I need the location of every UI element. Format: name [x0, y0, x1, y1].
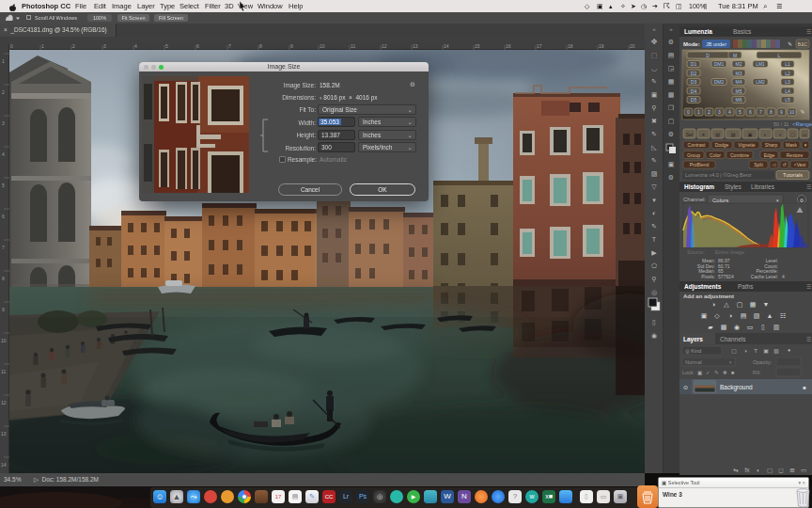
svg-text:■: ■ [803, 385, 806, 390]
svg-text:⚙: ⚙ [668, 39, 674, 45]
svg-text:ProBlend: ProBlend [690, 162, 710, 167]
svg-text:0: 0 [10, 43, 13, 49]
svg-text:▣: ▣ [668, 161, 675, 167]
svg-text:14: 14 [444, 43, 449, 49]
svg-text:◑: ◑ [728, 312, 732, 319]
svg-text:▣: ▣ [697, 370, 702, 375]
svg-text:10: 10 [1, 338, 7, 343]
svg-text:Adjustments: Adjustments [684, 283, 722, 291]
svg-text:4: 4 [782, 274, 785, 279]
svg-text:Channels: Channels [720, 336, 746, 342]
svg-text:◉: ◉ [651, 332, 657, 339]
svg-text:Edge: Edge [764, 152, 775, 158]
svg-text:B&C: B&C [798, 41, 808, 47]
svg-text:1: 1 [697, 109, 700, 115]
svg-text:Split: Split [754, 162, 763, 167]
svg-text:Layers: Layers [683, 336, 703, 343]
svg-text:▾: ▾ [652, 197, 656, 203]
svg-text:▨: ▨ [731, 132, 736, 137]
svg-text:▤: ▤ [668, 52, 675, 58]
svg-text:4: 4 [134, 43, 137, 49]
svg-text:D: D [706, 53, 710, 58]
svg-text:L1: L1 [785, 61, 790, 67]
svg-text:▣: ▣ [701, 312, 708, 319]
svg-text:11: 11 [1, 369, 6, 374]
svg-text:Add an adjustment: Add an adjustment [683, 294, 734, 299]
svg-text:6: 6 [196, 43, 199, 49]
svg-text:1: 1 [2, 58, 5, 64]
svg-text:4: 4 [728, 109, 731, 115]
svg-text:☰: ☰ [806, 29, 811, 35]
svg-text:☷: ☷ [780, 312, 786, 319]
svg-text:1: 1 [41, 43, 44, 49]
svg-text:15: 15 [475, 43, 480, 49]
svg-text:▥: ▥ [773, 324, 780, 330]
svg-text:577924: 577924 [718, 274, 734, 279]
svg-text:M2: M2 [736, 61, 742, 67]
svg-text:L2: L2 [785, 71, 790, 76]
svg-text:▼: ▼ [763, 301, 770, 308]
svg-text:Cache Level:: Cache Level: [751, 274, 778, 279]
svg-text:■: ■ [731, 370, 734, 375]
svg-text:Group: Group [687, 152, 700, 158]
svg-text:D1: D1 [691, 61, 697, 67]
svg-text:M4: M4 [736, 79, 742, 85]
svg-text:12: 12 [382, 43, 387, 49]
svg-text:▢: ▢ [668, 118, 675, 124]
svg-text:Opacity:: Opacity: [753, 359, 773, 365]
svg-text:▢: ▢ [731, 348, 737, 354]
svg-text:Basics: Basics [733, 28, 752, 35]
svg-text:LM1: LM1 [756, 61, 765, 67]
svg-text:◐: ◐ [764, 132, 767, 137]
svg-text:50 / 11: 50 / 11 [773, 121, 789, 127]
svg-text:✎: ✎ [714, 370, 719, 375]
svg-text:✎: ✎ [788, 41, 792, 47]
svg-text:13: 13 [413, 43, 418, 49]
svg-text:⊞: ⊞ [789, 467, 794, 473]
svg-text:▽: ▽ [651, 183, 657, 190]
svg-text:▣: ▣ [748, 132, 753, 137]
svg-text:7: 7 [759, 109, 762, 115]
svg-text:12: 12 [1, 400, 7, 405]
svg-text:▣: ▣ [651, 91, 658, 98]
svg-text:☰: ☰ [806, 184, 811, 190]
svg-text:8: 8 [259, 43, 262, 49]
svg-text:⚙: ⚙ [800, 198, 804, 203]
svg-text:Lock:: Lock: [682, 370, 695, 375]
svg-text:▧: ▧ [715, 132, 720, 137]
svg-text:D4: D4 [691, 88, 697, 94]
svg-text:Source:: Source: [687, 249, 705, 255]
svg-text:Sharp: Sharp [765, 142, 778, 148]
svg-text:Fill:: Fill: [753, 370, 761, 375]
svg-text:20: 20 [630, 43, 635, 49]
svg-text:✎: ✎ [800, 109, 804, 115]
svg-text:▤: ▤ [741, 312, 747, 319]
svg-text:◐: ◐ [757, 467, 760, 473]
svg-text:Histogram: Histogram [684, 183, 714, 191]
svg-text:17: 17 [537, 43, 542, 49]
svg-text:<Vast: <Vast [794, 162, 806, 167]
svg-text:✎: ✎ [651, 131, 657, 137]
svg-text:8: 8 [2, 276, 5, 281]
svg-text:▧: ▧ [773, 348, 779, 354]
svg-text:✎: ✎ [651, 157, 657, 164]
svg-text:3: 3 [2, 120, 5, 126]
svg-text:Pixels:: Pixels: [701, 274, 715, 279]
svg-text:◉: ◉ [734, 324, 740, 330]
svg-text:7: 7 [2, 245, 5, 250]
svg-text:L5: L5 [785, 97, 790, 103]
svg-text:Dodge: Dodge [715, 142, 729, 148]
svg-text:14: 14 [1, 462, 7, 468]
svg-text:◁: ◁ [773, 162, 776, 167]
svg-text:⇆: ⇆ [733, 467, 739, 473]
svg-text:▩: ▩ [668, 91, 675, 98]
svg-text:9: 9 [780, 109, 783, 115]
svg-text:JB under: JB under [706, 41, 726, 47]
svg-text:Mask: Mask [786, 142, 797, 148]
svg-text:9: 9 [2, 307, 5, 312]
svg-text:Entire Image: Entire Image [715, 249, 744, 255]
svg-text:▩: ▩ [721, 324, 727, 330]
svg-text:D5: D5 [691, 97, 697, 103]
svg-text:Lumenzia v4.0 | ©Greg Benz: Lumenzia v4.0 | ©Greg Benz [685, 172, 752, 178]
svg-text:☰: ☰ [806, 337, 811, 342]
